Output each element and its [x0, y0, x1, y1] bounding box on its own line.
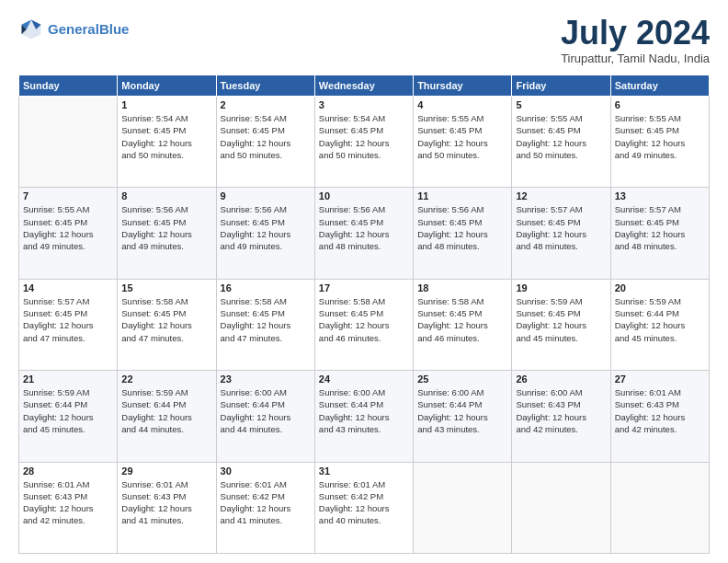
week-row-2: 7Sunrise: 5:55 AM Sunset: 6:45 PM Daylig… [19, 188, 710, 279]
calendar-body: 1Sunrise: 5:54 AM Sunset: 6:45 PM Daylig… [19, 97, 710, 554]
day-info: Sunrise: 5:58 AM Sunset: 6:45 PM Dayligh… [221, 295, 311, 344]
day-number: 10 [319, 190, 409, 201]
calendar-cell: 7Sunrise: 5:55 AM Sunset: 6:45 PM Daylig… [19, 188, 118, 279]
day-info: Sunrise: 5:57 AM Sunset: 6:45 PM Dayligh… [615, 203, 705, 252]
day-info: Sunrise: 5:55 AM Sunset: 6:45 PM Dayligh… [615, 112, 705, 161]
calendar-cell: 12Sunrise: 5:57 AM Sunset: 6:45 PM Dayli… [512, 188, 610, 279]
header: GeneralBlue July 2024 Tirupattur, Tamil … [18, 17, 710, 65]
day-info: Sunrise: 6:00 AM Sunset: 6:43 PM Dayligh… [516, 386, 606, 435]
day-info: Sunrise: 5:59 AM Sunset: 6:44 PM Dayligh… [615, 295, 705, 344]
calendar-cell: 25Sunrise: 6:00 AM Sunset: 6:44 PM Dayli… [414, 371, 512, 462]
calendar-cell: 2Sunrise: 5:54 AM Sunset: 6:45 PM Daylig… [216, 97, 314, 188]
day-number: 12 [516, 190, 606, 201]
calendar-cell: 24Sunrise: 6:00 AM Sunset: 6:44 PM Dayli… [314, 371, 413, 462]
day-info: Sunrise: 5:58 AM Sunset: 6:45 PM Dayligh… [319, 295, 409, 344]
day-info: Sunrise: 5:59 AM Sunset: 6:44 PM Dayligh… [23, 386, 113, 435]
calendar-cell: 8Sunrise: 5:56 AM Sunset: 6:45 PM Daylig… [118, 188, 216, 279]
day-number: 4 [417, 99, 507, 110]
day-info: Sunrise: 5:56 AM Sunset: 6:45 PM Dayligh… [417, 203, 507, 252]
day-number: 26 [516, 373, 606, 385]
day-info: Sunrise: 5:54 AM Sunset: 6:45 PM Dayligh… [221, 112, 311, 161]
day-number: 6 [615, 99, 705, 110]
day-number: 16 [221, 282, 311, 293]
day-info: Sunrise: 5:57 AM Sunset: 6:45 PM Dayligh… [516, 203, 606, 252]
day-number: 14 [23, 282, 113, 293]
calendar-cell: 11Sunrise: 5:56 AM Sunset: 6:45 PM Dayli… [414, 188, 512, 279]
day-number: 30 [221, 465, 311, 477]
day-number: 27 [615, 373, 705, 385]
day-number: 7 [23, 190, 113, 201]
day-info: Sunrise: 6:00 AM Sunset: 6:44 PM Dayligh… [319, 386, 409, 435]
calendar-cell: 4Sunrise: 5:55 AM Sunset: 6:45 PM Daylig… [414, 97, 512, 188]
day-info: Sunrise: 5:54 AM Sunset: 6:45 PM Dayligh… [319, 112, 409, 161]
day-info: Sunrise: 5:58 AM Sunset: 6:45 PM Dayligh… [121, 295, 211, 344]
header-right: July 2024 Tirupattur, Tamil Nadu, India [561, 17, 710, 65]
day-number: 20 [615, 282, 705, 293]
calendar-cell: 19Sunrise: 5:59 AM Sunset: 6:45 PM Dayli… [512, 279, 610, 370]
day-info: Sunrise: 5:59 AM Sunset: 6:45 PM Dayligh… [516, 295, 606, 344]
calendar-cell [512, 462, 610, 553]
calendar-cell: 14Sunrise: 5:57 AM Sunset: 6:45 PM Dayli… [19, 279, 118, 370]
calendar-cell: 27Sunrise: 6:01 AM Sunset: 6:43 PM Dayli… [610, 371, 709, 462]
day-info: Sunrise: 6:01 AM Sunset: 6:43 PM Dayligh… [615, 386, 705, 435]
calendar-cell: 17Sunrise: 5:58 AM Sunset: 6:45 PM Dayli… [314, 279, 413, 370]
calendar-cell: 5Sunrise: 5:55 AM Sunset: 6:45 PM Daylig… [512, 97, 610, 188]
day-number: 5 [516, 99, 606, 110]
day-number: 22 [121, 373, 211, 385]
calendar-cell [414, 462, 512, 553]
calendar-cell: 6Sunrise: 5:55 AM Sunset: 6:45 PM Daylig… [610, 97, 709, 188]
calendar-cell: 22Sunrise: 5:59 AM Sunset: 6:44 PM Dayli… [118, 371, 216, 462]
day-number: 28 [23, 465, 113, 477]
day-info: Sunrise: 5:57 AM Sunset: 6:45 PM Dayligh… [23, 295, 113, 344]
calendar-cell: 10Sunrise: 5:56 AM Sunset: 6:45 PM Dayli… [314, 188, 413, 279]
day-number: 2 [221, 99, 311, 110]
day-number: 23 [221, 373, 311, 385]
calendar-cell: 13Sunrise: 5:57 AM Sunset: 6:45 PM Dayli… [610, 188, 709, 279]
day-info: Sunrise: 5:56 AM Sunset: 6:45 PM Dayligh… [221, 203, 311, 252]
calendar-cell: 3Sunrise: 5:54 AM Sunset: 6:45 PM Daylig… [314, 97, 413, 188]
calendar-cell: 16Sunrise: 5:58 AM Sunset: 6:45 PM Dayli… [216, 279, 314, 370]
calendar-cell: 31Sunrise: 6:01 AM Sunset: 6:42 PM Dayli… [314, 462, 413, 553]
calendar-cell: 1Sunrise: 5:54 AM Sunset: 6:45 PM Daylig… [118, 97, 216, 188]
day-info: Sunrise: 5:55 AM Sunset: 6:45 PM Dayligh… [23, 203, 113, 252]
location: Tirupattur, Tamil Nadu, India [561, 52, 710, 65]
day-number: 31 [319, 465, 409, 477]
day-info: Sunrise: 5:58 AM Sunset: 6:45 PM Dayligh… [417, 295, 507, 344]
day-number: 3 [319, 99, 409, 110]
day-number: 13 [615, 190, 705, 201]
logo-icon [18, 17, 44, 42]
day-number: 29 [121, 465, 211, 477]
day-number: 24 [319, 373, 409, 385]
day-number: 9 [221, 190, 311, 201]
calendar-cell: 28Sunrise: 6:01 AM Sunset: 6:43 PM Dayli… [19, 462, 118, 553]
day-number: 1 [121, 99, 211, 110]
day-number: 18 [417, 282, 507, 293]
weekday-header-wednesday: Wednesday [314, 75, 413, 97]
calendar-cell: 23Sunrise: 6:00 AM Sunset: 6:44 PM Dayli… [216, 371, 314, 462]
weekday-header-monday: Monday [118, 75, 216, 97]
calendar-cell: 9Sunrise: 5:56 AM Sunset: 6:45 PM Daylig… [216, 188, 314, 279]
calendar-cell [19, 97, 118, 188]
day-number: 11 [417, 190, 507, 201]
day-info: Sunrise: 6:01 AM Sunset: 6:43 PM Dayligh… [121, 478, 211, 527]
page: GeneralBlue July 2024 Tirupattur, Tamil … [0, 0, 728, 563]
week-row-4: 21Sunrise: 5:59 AM Sunset: 6:44 PM Dayli… [19, 371, 710, 462]
logo-text: GeneralBlue [48, 22, 129, 38]
day-info: Sunrise: 5:55 AM Sunset: 6:45 PM Dayligh… [417, 112, 507, 161]
day-number: 15 [121, 282, 211, 293]
calendar-cell: 21Sunrise: 5:59 AM Sunset: 6:44 PM Dayli… [19, 371, 118, 462]
calendar-cell: 26Sunrise: 6:00 AM Sunset: 6:43 PM Dayli… [512, 371, 610, 462]
calendar-table: SundayMondayTuesdayWednesdayThursdayFrid… [18, 75, 710, 554]
calendar-cell: 18Sunrise: 5:58 AM Sunset: 6:45 PM Dayli… [414, 279, 512, 370]
month-title: July 2024 [561, 17, 710, 50]
calendar-cell [610, 462, 709, 553]
logo: GeneralBlue [18, 17, 129, 42]
calendar-cell: 20Sunrise: 5:59 AM Sunset: 6:44 PM Dayli… [610, 279, 709, 370]
day-info: Sunrise: 5:56 AM Sunset: 6:45 PM Dayligh… [319, 203, 409, 252]
day-info: Sunrise: 6:01 AM Sunset: 6:43 PM Dayligh… [23, 478, 113, 527]
day-number: 17 [319, 282, 409, 293]
weekday-header-thursday: Thursday [414, 75, 512, 97]
weekday-header-saturday: Saturday [610, 75, 709, 97]
week-row-1: 1Sunrise: 5:54 AM Sunset: 6:45 PM Daylig… [19, 97, 710, 188]
weekday-header-tuesday: Tuesday [216, 75, 314, 97]
